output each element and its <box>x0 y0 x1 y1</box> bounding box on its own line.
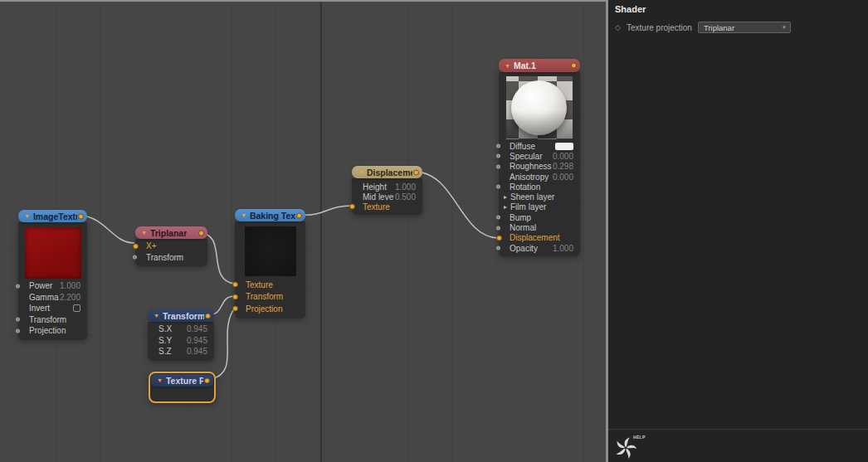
input-socket[interactable] <box>16 328 20 333</box>
node-header[interactable]: ▼ ImageTexture <box>18 210 87 222</box>
node-row: ▸ Film layer <box>499 202 580 212</box>
node-row: Anisotropy 0.000 <box>499 172 580 182</box>
node-header[interactable]: ▼ Texture Proj <box>151 374 213 387</box>
node-title: Baking Textur <box>250 211 295 221</box>
node-row: Specular 0.000 <box>499 151 580 161</box>
input-socket[interactable] <box>496 216 500 220</box>
row-value: 0.000 <box>553 152 573 161</box>
row-label: Rotation <box>510 182 540 192</box>
row-label: Texture <box>246 280 273 289</box>
output-socket[interactable] <box>296 212 302 218</box>
row-label: Bump <box>510 213 531 222</box>
row-label: Projection <box>29 326 66 335</box>
diffuse-color-swatch[interactable] <box>555 143 573 150</box>
node-triplanar[interactable]: ▼ Triplanar X+ Transform <box>135 226 207 266</box>
texture-preview <box>25 227 81 279</box>
invert-checkbox[interactable] <box>73 304 80 312</box>
row-label: Sheen layer <box>510 192 554 202</box>
input-socket[interactable] <box>133 255 137 260</box>
help-label: HELP <box>633 435 646 440</box>
output-socket[interactable] <box>204 377 210 383</box>
row-label: Anisotropy <box>510 173 549 182</box>
node-imagetexture[interactable]: ▼ ImageTexture Power 1.000 Gamma 2.200 I… <box>18 210 87 340</box>
input-socket[interactable] <box>496 185 500 189</box>
row-label: Texture <box>363 202 390 212</box>
node-mat1[interactable]: ▼ Mat.1 Diffuse Specular 0.000 <box>499 59 580 256</box>
texture-preview <box>245 226 296 276</box>
row-value: 1.000 <box>553 244 573 253</box>
panel-title: Shader <box>608 0 868 14</box>
output-socket[interactable] <box>205 313 211 319</box>
chevron-down-icon: ▼ <box>782 25 787 30</box>
collapse-triangle-icon[interactable]: ▼ <box>358 169 363 175</box>
node-row: Transform <box>235 291 305 304</box>
row-value: 0.000 <box>553 173 573 182</box>
node-header[interactable]: ▼ Triplanar <box>135 226 207 239</box>
row-value: 1.000 <box>395 182 416 192</box>
node-baking-texture[interactable]: ▼ Baking Textur Texture Transform Projec… <box>235 209 305 319</box>
input-socket[interactable] <box>496 154 500 158</box>
input-socket[interactable] <box>496 144 500 148</box>
output-socket[interactable] <box>571 63 577 69</box>
input-socket[interactable] <box>496 164 500 168</box>
row-value: 0.500 <box>395 192 416 202</box>
property-label: Texture projection <box>627 23 692 32</box>
node-header[interactable]: ▼ Transform <box>148 309 214 322</box>
input-socket[interactable] <box>496 235 502 241</box>
row-label: Normal <box>510 223 536 232</box>
node-row: Transform <box>18 314 87 326</box>
node-header[interactable]: ▼ Displacement <box>352 166 422 178</box>
node-row: Diffuse <box>499 141 580 151</box>
row-label: Transform <box>246 292 283 301</box>
input-socket[interactable] <box>232 294 238 299</box>
node-graph-canvas[interactable]: ▼ ImageTexture Power 1.000 Gamma 2.200 I… <box>0 0 606 462</box>
node-transform[interactable]: ▼ Transform S.X 0.945 S.Y 0.945 S.Z 0.94… <box>148 309 214 361</box>
input-socket[interactable] <box>496 226 500 230</box>
panel-divider <box>608 429 868 430</box>
input-socket[interactable] <box>232 282 238 288</box>
node-row: Gamma 2.200 <box>18 292 87 304</box>
expand-arrow-icon[interactable]: ▸ <box>504 193 507 201</box>
node-header[interactable]: ▼ Mat.1 <box>499 59 580 72</box>
row-label: Height <box>363 182 387 192</box>
input-socket[interactable] <box>16 318 20 322</box>
input-socket[interactable] <box>496 246 500 250</box>
row-label: Displacement <box>510 233 560 242</box>
row-label: Diffuse <box>510 142 535 151</box>
node-texture-projection[interactable]: ▼ Texture Proj <box>149 372 216 403</box>
pinwheel-logo-icon <box>615 437 636 459</box>
input-socket[interactable] <box>349 204 355 210</box>
node-displacement[interactable]: ▼ Displacement Height 1.000 Mid leve 0.5… <box>352 166 422 215</box>
input-socket[interactable] <box>133 243 139 249</box>
node-row: Texture <box>235 279 305 291</box>
node-row: X+ <box>135 241 207 252</box>
row-label: Gamma <box>29 293 59 302</box>
collapse-triangle-icon[interactable]: ▼ <box>24 213 30 219</box>
shader-properties-panel: Shader ◇ Texture projection Triplanar ▼ <box>608 0 868 462</box>
row-label: Mid leve <box>363 192 393 202</box>
node-header[interactable]: ▼ Baking Textur <box>235 209 305 221</box>
help-button[interactable]: HELP <box>615 434 653 459</box>
node-row: S.Y 0.945 <box>148 335 214 347</box>
texture-projection-property: ◇ Texture projection Triplanar ▼ <box>615 22 868 33</box>
collapse-triangle-icon[interactable]: ▼ <box>157 377 163 383</box>
shader-node-editor: ▼ ImageTexture Power 1.000 Gamma 2.200 I… <box>0 0 868 462</box>
node-title: Triplanar <box>150 228 187 238</box>
input-socket[interactable] <box>16 284 20 288</box>
node-row: Mid leve 0.500 <box>352 192 422 202</box>
collapse-triangle-icon[interactable]: ▼ <box>154 313 159 319</box>
texture-projection-dropdown[interactable]: Triplanar ▼ <box>698 22 791 33</box>
collapse-triangle-icon[interactable]: ▼ <box>241 212 246 218</box>
expand-arrow-icon[interactable]: ▸ <box>504 203 507 211</box>
input-socket[interactable] <box>232 306 238 312</box>
output-socket[interactable] <box>413 169 419 175</box>
row-label: S.Z <box>158 347 172 356</box>
node-row: Bump <box>499 212 580 222</box>
row-label: Specular <box>510 152 542 161</box>
diamond-icon: ◇ <box>615 23 627 32</box>
collapse-triangle-icon[interactable]: ▼ <box>141 230 147 236</box>
row-label: Film layer <box>510 202 546 212</box>
output-socket[interactable] <box>198 230 204 236</box>
collapse-triangle-icon[interactable]: ▼ <box>505 63 510 69</box>
output-socket[interactable] <box>78 213 84 219</box>
